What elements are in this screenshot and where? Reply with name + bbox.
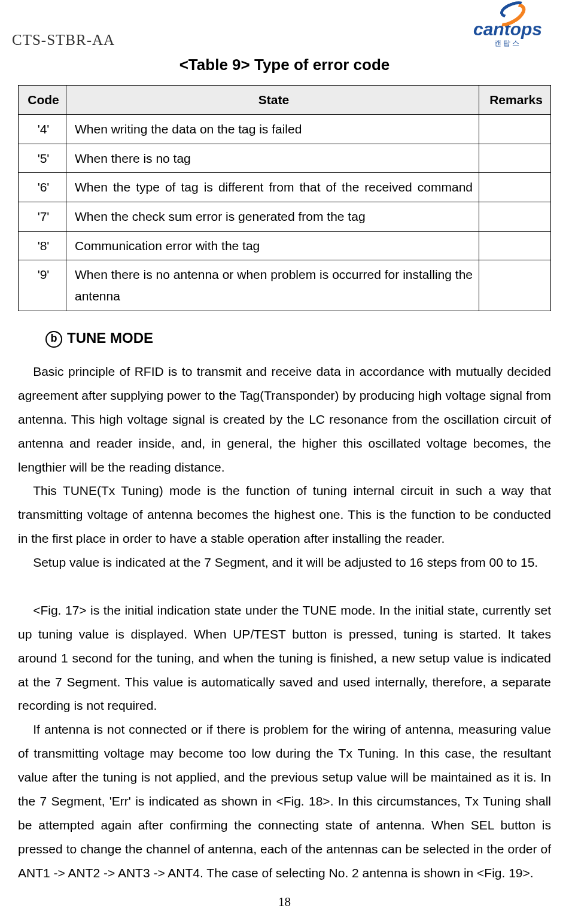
logo-subtext: 캔탑스 <box>458 39 557 47</box>
logo-mark-icon <box>490 2 526 20</box>
table-row: '6'When the type of tag is different fro… <box>19 173 551 202</box>
company-logo: cantops 캔탑스 <box>458 2 557 47</box>
page-number: 18 <box>0 892 569 912</box>
th-state: State <box>66 86 479 115</box>
table-row: '9'When there is no antenna or when prob… <box>19 260 551 311</box>
cell-remarks <box>479 144 551 173</box>
paragraph: If antenna is not connected or if there … <box>18 718 551 885</box>
table-header-row: Code State Remarks <box>19 86 551 115</box>
paragraph: This TUNE(Tx Tuning) mode is the functio… <box>18 479 551 551</box>
paragraph <box>18 575 551 598</box>
table-row: '8'Communication error with the tag <box>19 231 551 260</box>
cell-code: '9' <box>19 260 66 311</box>
cell-state: When there is no tag <box>66 144 479 173</box>
table-row: '5'When there is no tag <box>19 144 551 173</box>
paragraph: Basic principle of RFID is to transmit a… <box>18 360 551 479</box>
cell-code: '7' <box>19 202 66 232</box>
cell-state: When the check sum error is generated fr… <box>66 202 479 232</box>
cell-code: '6' <box>19 173 66 202</box>
document-id: CTS-STBR-AA <box>12 29 115 52</box>
cell-remarks <box>479 202 551 232</box>
paragraph: Setup value is indicated at the 7 Segmen… <box>18 551 551 575</box>
page-content: <Table 9> Type of error code Code State … <box>18 53 551 885</box>
section-title: TUNE MODE <box>67 330 153 346</box>
section-bullet-icon: b <box>45 331 62 348</box>
table-caption: <Table 9> Type of error code <box>18 53 551 77</box>
th-remarks: Remarks <box>479 86 551 115</box>
cell-remarks <box>479 114 551 144</box>
cell-code: '4' <box>19 114 66 144</box>
cell-code: '8' <box>19 231 66 260</box>
cell-state: When there is no antenna or when problem… <box>66 260 479 311</box>
cell-remarks <box>479 260 551 311</box>
page-header: CTS-STBR-AA cantops 캔탑스 <box>12 0 557 54</box>
cell-state: When writing the data on the tag is fail… <box>66 114 479 144</box>
table-row: '7'When the check sum error is generated… <box>19 202 551 232</box>
cell-code: '5' <box>19 144 66 173</box>
body-text: Basic principle of RFID is to transmit a… <box>18 360 551 885</box>
cell-state: Communication error with the tag <box>66 231 479 260</box>
error-code-table: Code State Remarks '4'When writing the d… <box>18 85 551 311</box>
table-row: '4'When writing the data on the tag is f… <box>19 114 551 144</box>
cell-state: When the type of tag is different from t… <box>66 173 479 202</box>
cell-remarks <box>479 173 551 202</box>
th-code: Code <box>19 86 66 115</box>
paragraph: <Fig. 17> is the initial indication stat… <box>18 598 551 718</box>
cell-remarks <box>479 231 551 260</box>
page: CTS-STBR-AA cantops 캔탑스 <Table 9> Type o… <box>0 0 569 924</box>
section-heading: bTUNE MODE <box>45 327 551 349</box>
